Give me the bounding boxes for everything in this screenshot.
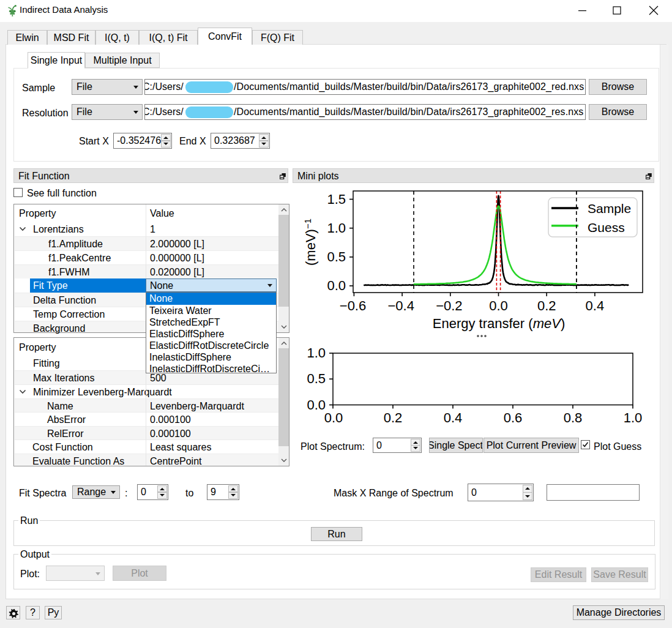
svg-text:0.4: 0.4 <box>586 298 605 313</box>
svg-text:0.2: 0.2 <box>384 410 403 425</box>
svg-text:Guess: Guess <box>588 220 625 234</box>
svg-text:(meV)−1: (meV)−1 <box>302 219 318 266</box>
svg-text:−0.6: −0.6 <box>340 298 366 313</box>
svg-text:1.0: 1.0 <box>307 345 326 361</box>
svg-text:0.6: 0.6 <box>504 410 523 425</box>
svg-text:1.0: 1.0 <box>624 410 643 425</box>
svg-text:−0.4: −0.4 <box>387 298 414 313</box>
svg-text:Sample: Sample <box>588 201 631 215</box>
svg-text:0.8: 0.8 <box>564 410 583 425</box>
svg-text:0.5: 0.5 <box>307 371 326 386</box>
svg-text:1.0: 1.0 <box>327 220 346 236</box>
svg-text:Energy transfer (meV): Energy transfer (meV) <box>433 316 565 331</box>
svg-text:−0.2: −0.2 <box>436 298 462 313</box>
svg-text:0.0: 0.0 <box>327 278 346 293</box>
svg-text:0.0: 0.0 <box>307 397 326 413</box>
svg-text:0.0: 0.0 <box>324 410 343 425</box>
svg-text:0.5: 0.5 <box>327 249 346 264</box>
svg-text:0.0: 0.0 <box>489 298 508 313</box>
svg-text:0.4: 0.4 <box>444 410 463 425</box>
svg-text:1.5: 1.5 <box>327 192 346 207</box>
svg-text:0.2: 0.2 <box>537 298 556 313</box>
